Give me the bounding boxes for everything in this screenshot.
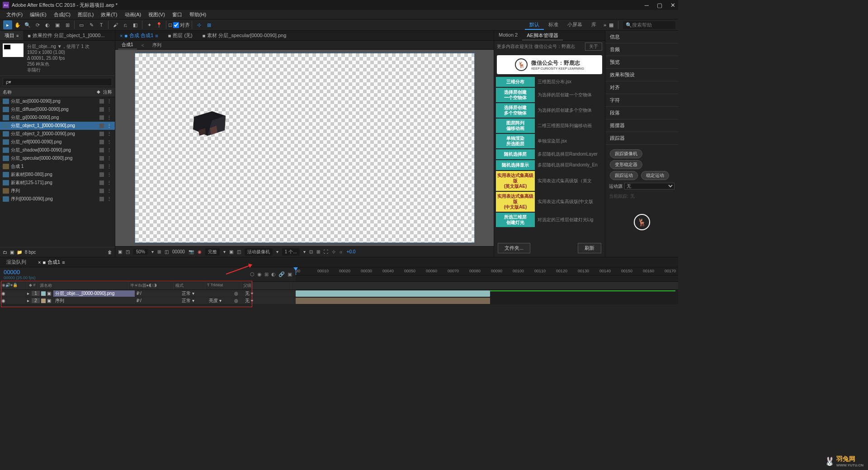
- project-item[interactable]: 分层_gi[0000-0090].png⋮: [0, 114, 115, 122]
- viewer-transparency-icon[interactable]: ◫: [237, 249, 241, 254]
- grid-tool-2[interactable]: ⊞: [204, 20, 213, 29]
- new-comp-icon[interactable]: ▣: [10, 250, 14, 255]
- viewer-mask-icon[interactable]: ◫: [165, 249, 169, 254]
- warp-stabilizer-button[interactable]: 变形稳定器: [610, 160, 642, 169]
- tl-icon-2[interactable]: ◉: [257, 271, 262, 277]
- folder-button[interactable]: 文件夹...: [498, 243, 530, 253]
- track-motion-button[interactable]: 跟踪运动: [610, 171, 638, 180]
- trash-icon[interactable]: 🗑: [108, 250, 112, 255]
- tab-project[interactable]: 项目 ≡: [0, 31, 23, 40]
- menu-item[interactable]: 编辑(E): [27, 10, 49, 19]
- snap-checkbox[interactable]: [173, 22, 179, 28]
- timeline-ruler[interactable]: 0000010000200003000040000500006000070000…: [296, 267, 678, 275]
- project-item[interactable]: 合成 1⋮: [0, 162, 115, 171]
- tl-icon-6[interactable]: ▣: [288, 271, 292, 277]
- project-item[interactable]: 分层_shadow[0000-0090].png⋮: [0, 146, 115, 154]
- project-item[interactable]: 新素材[125-171].png⋮: [0, 179, 115, 187]
- tag-icon[interactable]: [99, 115, 104, 120]
- puppet-tool[interactable]: 📍: [155, 20, 164, 29]
- project-item[interactable]: 序列⋮: [0, 187, 115, 195]
- tag-icon[interactable]: [99, 123, 104, 128]
- pan-behind-tool[interactable]: ⊞: [63, 20, 72, 29]
- blend-mode[interactable]: 正常 ▾: [180, 298, 207, 304]
- label-icon[interactable]: ⋮: [106, 131, 112, 137]
- tag-icon[interactable]: [99, 164, 104, 169]
- col-note[interactable]: 注释: [103, 89, 112, 95]
- tab-effect-controls[interactable]: ■ 效果控件 分层_object_1_[0000...: [23, 31, 109, 40]
- col-tag-icon[interactable]: ◆: [97, 89, 100, 95]
- panel-section[interactable]: 字符: [605, 94, 678, 107]
- col-name[interactable]: 名称: [3, 89, 97, 95]
- maximize-icon[interactable]: ▢: [657, 2, 662, 9]
- layer-row[interactable]: ◉▸2▣序列₽/正常 ▾亮度 ▾◎无 ▾: [0, 297, 296, 304]
- bpc-label[interactable]: 8 bpc: [25, 250, 36, 255]
- roto-tool[interactable]: ✦: [145, 20, 154, 29]
- script-button[interactable]: 单独渲染所选图层: [496, 134, 535, 148]
- layer-row[interactable]: ◉▸1▣分层_obje..._[0000-0090].png₽/正常 ▾◎无 ▾: [0, 290, 296, 297]
- text-tool[interactable]: T: [97, 20, 106, 29]
- panel-section[interactable]: 预览: [605, 56, 678, 69]
- viewer-grid-icon[interactable]: ⊞: [157, 249, 161, 254]
- clone-tool[interactable]: ⎌: [121, 20, 130, 29]
- col-trkmat[interactable]: T TrkMat: [205, 282, 241, 290]
- label-icon[interactable]: ⋮: [106, 99, 112, 104]
- refresh-button[interactable]: 刷新: [578, 243, 601, 253]
- menu-item[interactable]: 文件(F): [4, 10, 25, 19]
- label-icon[interactable]: ⋮: [106, 115, 112, 121]
- track-camera-button[interactable]: 跟踪摄像机: [610, 149, 642, 158]
- brush-tool[interactable]: 🖌: [111, 20, 120, 29]
- script-button[interactable]: 所选三维层创建灯光: [496, 213, 535, 227]
- panel-section[interactable]: 段落: [605, 107, 678, 119]
- label-icon[interactable]: ⋮: [106, 156, 112, 161]
- channel-icon[interactable]: ◉: [198, 249, 202, 254]
- label-icon[interactable]: ⋮: [106, 172, 112, 178]
- menu-item[interactable]: 视图(V): [146, 10, 168, 19]
- menu-item[interactable]: 合成(C): [51, 10, 73, 19]
- tab-script-manager[interactable]: AE脚本管理器: [522, 31, 563, 40]
- tab-motion2[interactable]: Motion 2: [494, 31, 522, 40]
- minimize-icon[interactable]: ─: [645, 2, 649, 9]
- label-icon[interactable]: ⋮: [106, 196, 112, 202]
- rotate-tool[interactable]: ◐: [43, 20, 52, 29]
- tag-icon[interactable]: [99, 172, 104, 177]
- menu-item[interactable]: 动画(A): [122, 10, 144, 19]
- pen-tool[interactable]: ✎: [87, 20, 96, 29]
- workspace-more-icon[interactable]: »: [604, 22, 606, 28]
- label-icon[interactable]: ⋮: [106, 164, 112, 170]
- tag-icon[interactable]: [99, 107, 104, 112]
- col-parent[interactable]: 父级: [241, 282, 291, 290]
- snap-icon[interactable]: ⊡: [168, 22, 172, 28]
- label-icon[interactable]: ⋮: [106, 139, 112, 145]
- layer-color[interactable]: [41, 291, 46, 296]
- tag-icon[interactable]: [99, 197, 104, 201]
- views-select[interactable]: 1 个...: [282, 248, 300, 256]
- tag-icon[interactable]: [99, 180, 104, 185]
- tag-icon[interactable]: [99, 99, 104, 104]
- camera-tool[interactable]: ▣: [53, 20, 62, 29]
- script-button[interactable]: 实用表达式集高级版(英文版AE): [496, 171, 535, 191]
- script-button[interactable]: 随机选择层: [496, 149, 535, 159]
- viewer-tab[interactable]: × ■ 合成 合成1 ≡: [115, 31, 163, 40]
- workspace-默认[interactable]: 默认: [525, 20, 544, 30]
- project-item[interactable]: 分层_diffuse[0000-0090].png⋮: [0, 105, 115, 114]
- layer-duration-bar[interactable]: [296, 298, 490, 304]
- project-item[interactable]: 序列[0000-0090].png⋮: [0, 195, 115, 203]
- exposure-value[interactable]: +0.0: [347, 249, 356, 254]
- folder-icon[interactable]: 🗀: [3, 250, 7, 255]
- panel-section[interactable]: 效果和预设: [605, 69, 678, 81]
- zoom-tool[interactable]: 🔍: [23, 20, 32, 29]
- rect-tool[interactable]: ▭: [77, 20, 86, 29]
- label-icon[interactable]: ⋮: [106, 123, 112, 129]
- snapshot-icon[interactable]: 📷: [189, 249, 194, 254]
- flow-tab-comp1[interactable]: 合成1: [118, 41, 137, 49]
- hand-tool[interactable]: ✋: [13, 20, 22, 29]
- viewer-icon-d[interactable]: ⊹: [332, 249, 335, 254]
- panel-menu-icon[interactable]: ≡: [16, 33, 19, 38]
- viewer-tab[interactable]: ■ 图层 (无): [164, 31, 197, 40]
- panel-section[interactable]: 摇摆器: [605, 119, 678, 132]
- parent-select[interactable]: 无 ▾: [243, 298, 270, 304]
- layer-color[interactable]: [41, 299, 46, 303]
- menu-item[interactable]: 效果(T): [98, 10, 120, 19]
- label-icon[interactable]: ⋮: [106, 180, 112, 186]
- label-icon[interactable]: ⋮: [106, 107, 112, 113]
